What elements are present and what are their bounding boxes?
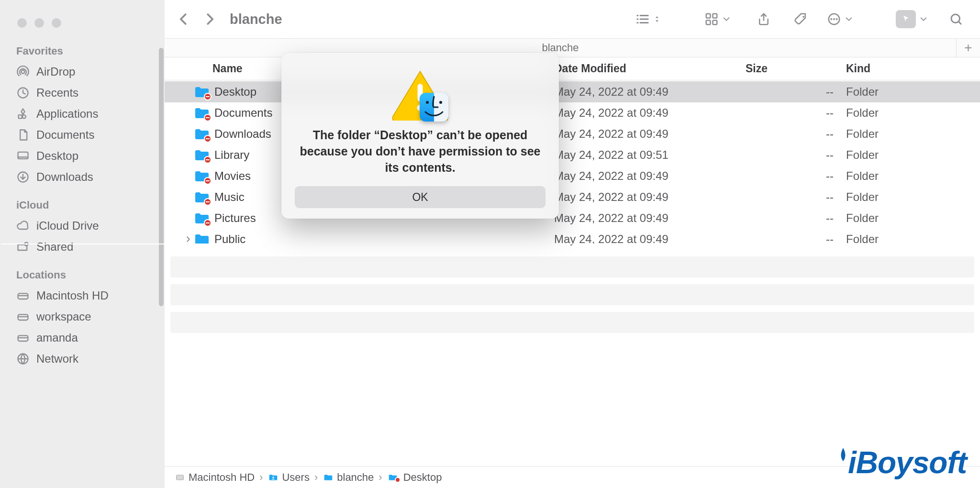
download-icon bbox=[16, 170, 30, 184]
cooperate-button[interactable] bbox=[896, 10, 927, 28]
path-icon bbox=[323, 473, 334, 482]
file-row[interactable]: PublicMay 24, 2022 at 09:49--Folder bbox=[165, 229, 980, 250]
no-access-badge bbox=[204, 93, 212, 100]
file-kind: Folder bbox=[846, 106, 980, 120]
toolbar: blanche bbox=[165, 0, 980, 38]
share-button[interactable] bbox=[752, 8, 775, 31]
column-kind-header[interactable]: Kind bbox=[846, 62, 980, 75]
disk-icon bbox=[16, 310, 30, 323]
file-date: May 24, 2022 at 09:49 bbox=[554, 169, 746, 183]
sidebar-item-label: Desktop bbox=[36, 149, 78, 163]
sidebar-heading: Locations bbox=[13, 264, 154, 285]
path-icon bbox=[267, 473, 279, 482]
no-access-badge bbox=[204, 135, 212, 143]
actions-button[interactable] bbox=[827, 12, 853, 26]
file-row[interactable]: DocumentsMay 24, 2022 at 09:49--Folder bbox=[165, 102, 980, 123]
folder-icon bbox=[194, 106, 210, 120]
file-kind: Folder bbox=[846, 127, 980, 141]
minimize-window-button[interactable] bbox=[34, 18, 44, 28]
file-size: -- bbox=[746, 85, 846, 99]
file-name: Library bbox=[214, 148, 554, 162]
group-by-button[interactable] bbox=[704, 12, 730, 26]
path-segment[interactable]: Desktop bbox=[387, 471, 442, 484]
file-size: -- bbox=[746, 211, 846, 225]
pointer-icon bbox=[896, 10, 916, 28]
disclosure-triangle[interactable] bbox=[182, 236, 194, 243]
path-label: Users bbox=[282, 471, 309, 484]
back-button[interactable] bbox=[172, 8, 195, 31]
sidebar-item-documents[interactable]: Documents bbox=[13, 124, 154, 145]
file-name: Desktop bbox=[214, 85, 554, 99]
file-row[interactable]: PicturesMay 24, 2022 at 09:49--Folder bbox=[165, 208, 980, 229]
sidebar-item-macintosh-hd[interactable]: Macintosh HD bbox=[13, 285, 154, 306]
zoom-window-button[interactable] bbox=[52, 18, 61, 28]
folder-icon bbox=[194, 127, 210, 141]
desktop-icon bbox=[16, 149, 30, 163]
file-name: Downloads bbox=[214, 127, 554, 141]
empty-row bbox=[170, 312, 974, 333]
tab-label: blanche bbox=[542, 42, 579, 54]
path-segment[interactable]: blanche bbox=[323, 471, 374, 484]
file-row[interactable]: MusicMay 24, 2022 at 09:49--Folder bbox=[165, 187, 980, 208]
file-date: May 24, 2022 at 09:49 bbox=[554, 127, 746, 141]
sidebar-item-amanda[interactable]: amanda bbox=[13, 327, 154, 348]
sidebar-scrollbar[interactable] bbox=[157, 48, 165, 488]
tab-active[interactable]: blanche bbox=[165, 39, 956, 57]
sidebar-item-recents[interactable]: Recents bbox=[13, 82, 154, 103]
no-access-badge bbox=[204, 219, 212, 227]
sidebar-item-icloud-drive[interactable]: iCloud Drive bbox=[13, 215, 154, 236]
column-size-header[interactable]: Size bbox=[746, 62, 846, 75]
sidebar-item-shared[interactable]: Shared bbox=[13, 236, 154, 257]
path-separator: › bbox=[314, 471, 318, 484]
sidebar-item-applications[interactable]: Applications bbox=[13, 103, 154, 124]
sidebar-item-label: Network bbox=[36, 352, 78, 366]
disk-icon bbox=[16, 331, 30, 344]
no-access-badge bbox=[204, 156, 212, 164]
tags-button[interactable] bbox=[790, 8, 813, 31]
sidebar-item-label: Applications bbox=[36, 107, 98, 121]
sidebar-item-network[interactable]: Network bbox=[13, 348, 154, 369]
sidebar-item-airdrop[interactable]: AirDrop bbox=[13, 61, 154, 82]
path-segment[interactable]: Users bbox=[267, 471, 309, 484]
file-row[interactable]: DownloadsMay 24, 2022 at 09:49--Folder bbox=[165, 123, 980, 144]
new-tab-button[interactable]: + bbox=[956, 39, 980, 57]
path-label: Macintosh HD bbox=[189, 471, 255, 484]
path-label: blanche bbox=[337, 471, 374, 484]
file-row[interactable]: MoviesMay 24, 2022 at 09:49--Folder bbox=[165, 166, 980, 187]
search-button[interactable] bbox=[945, 8, 968, 31]
file-list: DesktopMay 24, 2022 at 09:49--FolderDocu… bbox=[165, 80, 980, 466]
sidebar-item-downloads[interactable]: Downloads bbox=[13, 166, 154, 188]
file-size: -- bbox=[746, 148, 846, 162]
sidebar-item-label: Recents bbox=[36, 86, 78, 100]
view-as-list-button[interactable] bbox=[635, 12, 661, 26]
file-kind: Folder bbox=[846, 211, 980, 225]
tab-bar: blanche + bbox=[165, 38, 980, 57]
no-access-badge bbox=[204, 177, 212, 185]
file-size: -- bbox=[746, 106, 846, 120]
folder-icon bbox=[194, 190, 210, 204]
sidebar-item-workspace[interactable]: workspace bbox=[13, 306, 154, 327]
sidebar-item-desktop[interactable]: Desktop bbox=[13, 145, 154, 166]
no-access-badge bbox=[204, 114, 212, 122]
file-kind: Folder bbox=[846, 148, 980, 162]
forward-button[interactable] bbox=[198, 8, 221, 31]
sidebar-item-label: workspace bbox=[36, 310, 91, 323]
file-size: -- bbox=[746, 169, 846, 183]
file-kind: Folder bbox=[846, 169, 980, 183]
close-window-button[interactable] bbox=[17, 18, 27, 28]
file-row[interactable]: DesktopMay 24, 2022 at 09:49--Folder bbox=[165, 81, 980, 102]
path-icon bbox=[174, 473, 186, 482]
airdrop-icon bbox=[16, 65, 30, 78]
file-kind: Folder bbox=[846, 190, 980, 204]
finder-window: FavoritesAirDropRecentsApplicationsDocum… bbox=[0, 0, 980, 488]
folder-icon bbox=[194, 148, 210, 162]
path-separator: › bbox=[379, 471, 382, 484]
column-date-header[interactable]: Date Modified bbox=[554, 62, 746, 75]
path-segment[interactable]: Macintosh HD bbox=[174, 471, 255, 484]
window-title: blanche bbox=[230, 11, 282, 27]
no-access-badge bbox=[204, 198, 212, 206]
column-name-header[interactable]: Name bbox=[212, 62, 554, 75]
sidebar-item-label: Macintosh HD bbox=[36, 289, 109, 302]
empty-row bbox=[170, 256, 974, 277]
file-row[interactable]: LibraryMay 24, 2022 at 09:51--Folder bbox=[165, 144, 980, 166]
